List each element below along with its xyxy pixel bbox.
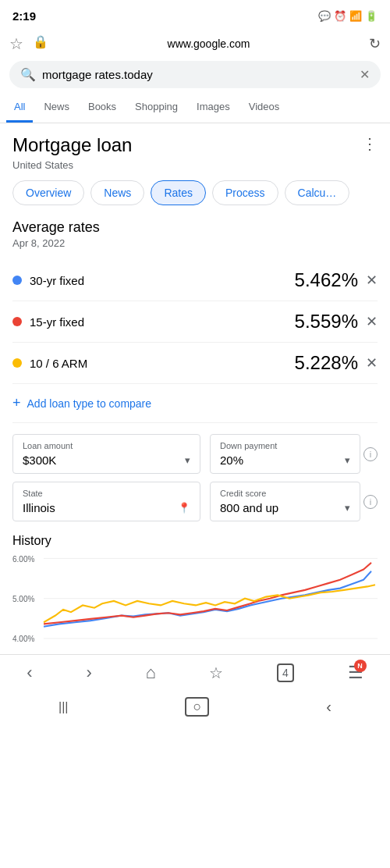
add-loan-label: Add loan type to compare xyxy=(27,397,152,410)
dot-30yr xyxy=(12,276,22,285)
rate-right-30yr: 5.462% ✕ xyxy=(295,269,378,291)
search-clear-icon[interactable]: ✕ xyxy=(360,67,370,82)
dot-15yr xyxy=(12,317,22,326)
alarm-icon: ⏰ xyxy=(334,10,346,22)
pill-news[interactable]: News xyxy=(90,180,144,205)
credit-score-field[interactable]: Credit score 800 and up ▾ xyxy=(210,482,360,521)
down-payment-label: Down payment xyxy=(220,441,350,450)
rate-close-30yr[interactable]: ✕ xyxy=(366,272,378,289)
loan-amount-dropdown-icon[interactable]: ▾ xyxy=(185,454,190,466)
rate-value-15yr: 5.559% xyxy=(295,311,358,333)
tab-videos[interactable]: Videos xyxy=(241,93,288,123)
credit-score-label: Credit score xyxy=(220,489,350,498)
pill-overview[interactable]: Overview xyxy=(12,180,84,205)
rate-close-arm[interactable]: ✕ xyxy=(366,354,378,372)
rate-label-arm: 10 / 6 ARM xyxy=(30,357,87,370)
search-query[interactable]: mortgage rates.today xyxy=(42,68,353,81)
rate-row-arm: 10 / 6 ARM 5.228% ✕ xyxy=(12,343,378,384)
credit-score-value: 800 and up xyxy=(220,501,278,514)
credit-score-info-icon[interactable]: i xyxy=(363,495,378,509)
pill-calculator[interactable]: Calcu… xyxy=(285,180,350,205)
status-time: 2:19 xyxy=(12,9,36,23)
android-nav-back[interactable]: ‹ xyxy=(326,698,332,716)
home-button[interactable]: ⌂ xyxy=(145,663,155,683)
notification-button[interactable]: ☰ N xyxy=(348,663,363,683)
pill-rates[interactable]: Rates xyxy=(151,180,206,205)
rates-title: Average rates xyxy=(12,219,378,236)
credit-score-value-row: 800 and up ▾ xyxy=(220,501,350,514)
topic-pills: Overview News Rates Process Calcu… xyxy=(12,180,378,208)
wifi-icon: 📶 xyxy=(349,10,362,22)
mortgage-header: Mortgage loan ⋮ xyxy=(12,134,378,156)
rate-close-15yr[interactable]: ✕ xyxy=(366,313,378,330)
android-nav: ||| ○ ‹ xyxy=(0,688,390,723)
bottom-nav: ‹ › ⌂ ☆ 4 ☰ N xyxy=(0,654,390,688)
tab-news[interactable]: News xyxy=(36,93,77,123)
mortgage-location: United States xyxy=(12,159,378,171)
status-bar: 2:19 💬 ⏰ 📶 🔋 xyxy=(0,0,390,28)
browser-left-icons: ☆ 🔒 xyxy=(9,34,48,53)
state-field[interactable]: State Illinois 📍 xyxy=(12,482,200,521)
rate-row-15yr: 15-yr fixed 5.559% ✕ xyxy=(12,301,378,343)
tab-images[interactable]: Images xyxy=(189,93,238,123)
svg-text:6.00%: 6.00% xyxy=(12,554,34,563)
history-section: History 6.00% 5.00% 4.00% xyxy=(12,534,378,648)
search-icon: 🔍 xyxy=(20,67,36,82)
state-location-icon: 📍 xyxy=(178,502,190,514)
back-button[interactable]: ‹ xyxy=(27,663,32,683)
rates-date: Apr 8, 2022 xyxy=(12,237,378,249)
search-bar[interactable]: 🔍 mortgage rates.today ✕ xyxy=(9,61,381,88)
pill-process[interactable]: Process xyxy=(212,180,278,205)
rate-right-15yr: 5.559% ✕ xyxy=(295,311,378,333)
rate-value-arm: 5.228% xyxy=(295,352,358,374)
chart-svg: 6.00% 5.00% 4.00% xyxy=(12,554,378,648)
browser-url[interactable]: www.google.com xyxy=(168,37,250,50)
credit-score-dropdown-icon[interactable]: ▾ xyxy=(345,502,350,514)
svg-text:4.00%: 4.00% xyxy=(12,635,34,643)
credit-score-wrapper: Credit score 800 and up ▾ i xyxy=(210,482,378,521)
main-content: Mortgage loan ⋮ United States Overview N… xyxy=(0,123,390,648)
tab-shopping[interactable]: Shopping xyxy=(127,93,186,123)
state-value-row: Illinois 📍 xyxy=(23,501,190,514)
tab-books[interactable]: Books xyxy=(80,93,124,123)
form-row-2: State Illinois 📍 Credit score 800 and up… xyxy=(12,482,378,521)
mortgage-menu-icon[interactable]: ⋮ xyxy=(362,134,378,153)
loan-amount-value: $300K xyxy=(23,454,56,467)
down-payment-wrapper: Down payment 20% ▾ i xyxy=(210,434,378,474)
state-value: Illinois xyxy=(23,501,55,514)
add-icon: + xyxy=(12,395,21,411)
tab-all[interactable]: All xyxy=(6,93,33,123)
android-nav-home[interactable]: ○ xyxy=(185,697,209,717)
add-loan-button[interactable]: + Add loan type to compare xyxy=(12,384,378,423)
down-payment-info-icon[interactable]: i xyxy=(363,447,378,461)
history-chart: 6.00% 5.00% 4.00% xyxy=(12,554,378,648)
down-payment-value: 20% xyxy=(220,454,243,467)
rate-right-arm: 5.228% ✕ xyxy=(295,352,378,374)
battery-icon: 🔋 xyxy=(365,10,378,22)
browser-chrome: ☆ 🔒 www.google.com ↻ 🔍 mortgage rates.to… xyxy=(0,28,390,88)
loan-amount-field[interactable]: Loan amount $300K ▾ xyxy=(12,434,200,474)
browser-top-row: ☆ 🔒 www.google.com ↻ xyxy=(9,31,381,56)
down-payment-dropdown-icon[interactable]: ▾ xyxy=(345,454,350,466)
rate-label-15yr: 15-yr fixed xyxy=(30,315,84,329)
tabs-button[interactable]: 4 xyxy=(277,663,294,682)
star-icon[interactable]: ☆ xyxy=(9,34,23,53)
notification-badge: N xyxy=(354,660,367,672)
loan-amount-label: Loan amount xyxy=(23,441,190,450)
rate-left-arm: 10 / 6 ARM xyxy=(12,357,87,370)
forward-button[interactable]: › xyxy=(86,663,91,683)
rate-value-30yr: 5.462% xyxy=(295,269,358,291)
status-icons: 💬 ⏰ 📶 🔋 xyxy=(318,10,378,22)
message-icon: 💬 xyxy=(318,10,331,22)
rate-row-30yr: 30-yr fixed 5.462% ✕ xyxy=(12,260,378,301)
loan-amount-value-row: $300K ▾ xyxy=(23,454,190,467)
down-payment-field[interactable]: Down payment 20% ▾ xyxy=(210,434,360,474)
bookmark-button[interactable]: ☆ xyxy=(209,663,223,682)
android-nav-recents[interactable]: ||| xyxy=(58,700,68,714)
form-row-1: Loan amount $300K ▾ Down payment 20% ▾ i xyxy=(12,434,378,474)
reload-icon[interactable]: ↻ xyxy=(369,35,381,52)
rate-left-30yr: 30-yr fixed xyxy=(12,274,84,287)
rate-label-30yr: 30-yr fixed xyxy=(30,274,84,287)
svg-text:5.00%: 5.00% xyxy=(12,595,34,603)
lock-icon: 🔒 xyxy=(33,34,48,53)
